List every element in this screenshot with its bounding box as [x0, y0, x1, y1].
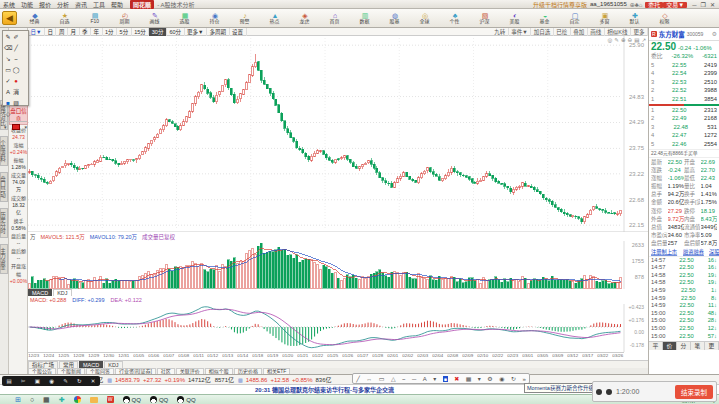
toolbar-F10[interactable]: ▤F10: [80, 10, 110, 27]
menu-资讯[interactable]: 资讯: [72, 2, 90, 8]
capture-tool-0[interactable]: ▤: [7, 378, 12, 384]
annot-tool-5[interactable]: ─: [412, 376, 416, 382]
toolbar-自选[interactable]: ★自选: [50, 10, 80, 27]
taskbar-qq[interactable]: QQ: [177, 396, 195, 403]
back-button[interactable]: ◀: [2, 11, 17, 25]
menu-报价[interactable]: 报价: [36, 2, 54, 8]
palette-dropdown-left[interactable]: ▾: [4, 124, 7, 130]
period-tab-15分[interactable]: 15分: [132, 28, 150, 36]
taskbar-qq[interactable]: QQ: [150, 396, 168, 403]
stock-link-深股通[interactable]: 深股通: [709, 248, 719, 255]
taskbar-cleaner[interactable]: ✚: [59, 396, 65, 404]
period-tab-1分[interactable]: 1分: [103, 28, 118, 36]
draw-tool-6[interactable]: ▭: [4, 65, 12, 76]
draw-tool-8[interactable]: ✓: [4, 76, 12, 87]
annot-tool-9[interactable]: ✖: [454, 375, 459, 382]
stock-name[interactable]: 东方财富: [659, 29, 685, 39]
index-segment-1[interactable]: ▥14583.79+27.32+0.19%14712亿: [107, 375, 211, 384]
draw-tool-2[interactable]: ⌫: [4, 43, 12, 54]
trade-button[interactable]: 委托: [645, 2, 663, 8]
tick-tab-平[interactable]: 平: [649, 342, 663, 350]
toolbar-自定[interactable]: ▢自定: [560, 10, 590, 27]
chart-tool-tab-九转[interactable]: 九转: [492, 28, 509, 36]
draw-tool-4[interactable]: ↘: [4, 54, 12, 65]
toolbar-多窗[interactable]: ▣多窗: [590, 10, 620, 27]
draw-tool-0[interactable]: ✎: [4, 32, 12, 43]
capture-tool-5[interactable]: ↻: [77, 378, 82, 384]
draw-tool-12[interactable]: ■: [4, 98, 12, 109]
draw-tool-10[interactable]: A: [4, 87, 12, 98]
annot-tool-13[interactable]: ◉: [499, 375, 504, 382]
toolbar-默认[interactable]: ✚默认: [620, 10, 650, 27]
taskbar-browser[interactable]: [74, 396, 81, 403]
stop-recording-button[interactable]: 结束录制: [675, 385, 713, 399]
period-tab-周[interactable]: 周: [56, 28, 68, 36]
chart-corner-icon-0[interactable]: ◎: [608, 37, 613, 43]
menu-分析[interactable]: 分析: [54, 2, 72, 8]
period-tab-年[interactable]: 年: [91, 28, 103, 36]
toolbar-持仓[interactable]: ◉持仓: [200, 10, 230, 27]
draw-tool-9[interactable]: ●: [12, 76, 20, 87]
toolbar-基金[interactable]: ◒基金: [530, 10, 560, 27]
chart-corner-icon-3[interactable]: ⊖: [628, 37, 633, 43]
annot-tool-6[interactable]: A: [423, 376, 427, 382]
draw-tool-13[interactable]: ▨: [12, 98, 20, 109]
period-tab-30分[interactable]: 30分: [149, 28, 167, 36]
stock-link-融资融券[interactable]: 融资融券: [683, 248, 704, 255]
user-account[interactable]: aa_19651055: [590, 1, 627, 7]
sidebar-tab-盘口异动[interactable]: 盘口异动: [0, 172, 8, 202]
menu-系统[interactable]: 系统: [0, 2, 18, 8]
titlebar-icon-2[interactable]: ⌂: [639, 2, 643, 8]
chart-corner-icon-2[interactable]: ⊕: [621, 37, 626, 43]
period-tab-月[interactable]: 月: [68, 28, 80, 36]
capture-tool-3[interactable]: ◉: [49, 378, 54, 384]
capture-tool-1[interactable]: ✂: [21, 378, 26, 384]
draw-tool-7[interactable]: ◯: [12, 65, 20, 76]
toolbar-权限[interactable]: ◇权限: [650, 10, 680, 27]
multi-period-tab[interactable]: 多周期: [207, 28, 230, 36]
annot-tool-15[interactable]: »: [522, 376, 525, 382]
annot-tool-1[interactable]: ↔: [366, 376, 372, 382]
draw-tool-5[interactable]: ~: [12, 54, 20, 65]
promo-text[interactable]: 升级千档行情尊享版: [533, 0, 587, 9]
chart-tool-tab-更多[interactable]: 更多: [631, 28, 648, 36]
draw-tool-3[interactable]: ╱: [12, 43, 20, 54]
chart-tool-tab-叠加[interactable]: 叠加: [571, 28, 588, 36]
tick-tab-价[interactable]: 价: [663, 342, 677, 350]
toolbar-热点[interactable]: ▲热点: [260, 10, 290, 27]
period-tab-日[interactable]: 日: [45, 28, 57, 36]
draw-tool-1[interactable]: ✐: [12, 32, 20, 43]
minimize-button[interactable]: ─: [690, 2, 698, 8]
toolbar-首页[interactable]: ⌂首页: [320, 10, 350, 27]
sidebar-tab-主力资金[interactable]: 主力资金: [0, 244, 8, 274]
restore-button[interactable]: ❐: [699, 2, 708, 8]
taskbar-explorer[interactable]: [90, 397, 98, 403]
draw-tool-14[interactable]: ◇: [4, 109, 12, 120]
menu-功能[interactable]: 功能: [18, 2, 36, 8]
taskbar-start[interactable]: ⊞: [15, 396, 21, 404]
period-tab-60分[interactable]: 60分: [167, 28, 185, 36]
toolbar-画线[interactable]: ✎画线: [140, 10, 170, 27]
toolbar-沪深[interactable]: ▧沪深: [470, 10, 500, 27]
toolbar-股基[interactable]: ◍股基: [380, 10, 410, 27]
annot-tool-4[interactable]: ~: [402, 376, 406, 382]
annot-tool-3[interactable]: △: [391, 375, 396, 382]
annot-tool-11[interactable]: ▾: [478, 375, 481, 382]
toolbar-经典[interactable]: ◆经典: [20, 10, 50, 27]
capture-tool-2[interactable]: ▣: [35, 378, 40, 384]
annot-tool-8[interactable]: ■: [443, 376, 448, 382]
close-button[interactable]: ✕: [708, 2, 717, 8]
sidebar-tab-历史分时[interactable]: 历史分时: [0, 208, 8, 238]
period-more[interactable]: 更多▼: [185, 28, 207, 36]
capture-tool-4[interactable]: ✎: [63, 378, 68, 384]
menu-工具[interactable]: 工具: [90, 2, 108, 8]
toolbar-龙虎[interactable]: ◈龙虎: [290, 10, 320, 27]
main-chart-svg[interactable]: 25.9024.8324.2923.7523.2222.6822.1526331…: [28, 36, 648, 352]
palette-dropdown-right[interactable]: ▾: [24, 124, 27, 130]
chart-tool-tab-相似K线[interactable]: 相似K线: [605, 28, 631, 36]
sidebar-tab-个股资料[interactable]: 个股资料: [0, 136, 8, 166]
toolbar-美股[interactable]: ◐美股: [500, 10, 530, 27]
chart-tool-tab-事件▼[interactable]: 事件▼: [509, 28, 531, 36]
annot-tool-2[interactable]: ▭: [379, 375, 385, 382]
chart-tool-tab-加自选[interactable]: 加自选: [531, 28, 554, 36]
